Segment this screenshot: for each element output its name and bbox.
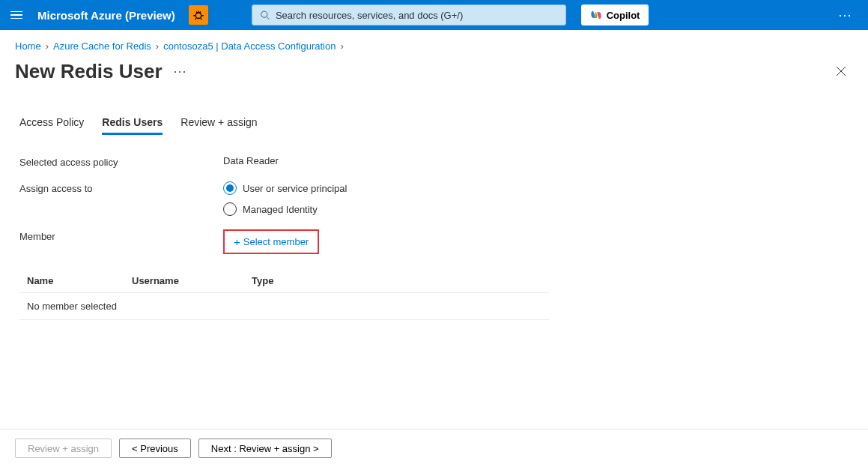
- svg-point-0: [195, 13, 201, 19]
- search-box[interactable]: [252, 4, 566, 25]
- member-label: Member: [19, 229, 223, 242]
- close-button[interactable]: [829, 59, 853, 83]
- column-name: Name: [19, 275, 132, 286]
- chevron-right-icon: ›: [46, 40, 49, 52]
- table-header: Name Username Type: [19, 269, 550, 293]
- radio-user-principal[interactable]: User or service principal: [223, 181, 347, 195]
- assign-access-label: Assign access to: [19, 181, 223, 194]
- column-type: Type: [252, 275, 550, 286]
- breadcrumb-resource[interactable]: contosoza5 | Data Access Configuration: [163, 40, 336, 52]
- select-member-button[interactable]: + Select member: [228, 232, 315, 251]
- menu-icon[interactable]: [9, 7, 24, 22]
- radio-icon: [223, 181, 237, 195]
- review-assign-button: Review + assign: [15, 439, 112, 458]
- copilot-label: Copilot: [607, 10, 640, 21]
- chevron-right-icon: ›: [340, 40, 343, 52]
- radio-managed-identity[interactable]: Managed Identity: [223, 202, 347, 216]
- copilot-icon: [590, 9, 602, 21]
- select-member-highlight: + Select member: [223, 229, 319, 254]
- breadcrumb: Home › Azure Cache for Redis › contosoza…: [0, 30, 868, 58]
- radio-icon: [223, 202, 237, 216]
- selected-policy-label: Selected access policy: [19, 155, 223, 168]
- brand-title: Microsoft Azure (Preview): [37, 9, 175, 22]
- chevron-right-icon: ›: [156, 40, 159, 52]
- tabs: Access Policy Redis Users Review + assig…: [0, 89, 569, 134]
- tab-access-policy[interactable]: Access Policy: [19, 116, 84, 134]
- svg-line-2: [267, 16, 269, 19]
- bug-icon[interactable]: [189, 5, 208, 25]
- members-table: Name Username Type No member selected: [19, 269, 550, 320]
- radio-user-principal-label: User or service principal: [243, 183, 347, 194]
- selected-policy-value: Data Reader: [223, 155, 279, 166]
- more-icon[interactable]: ⋯: [832, 7, 859, 23]
- form-area: Selected access policy Data Reader Assig…: [0, 134, 569, 320]
- svg-point-1: [261, 11, 267, 17]
- search-input[interactable]: [276, 10, 558, 21]
- copilot-button[interactable]: Copilot: [581, 4, 649, 25]
- column-username: Username: [132, 275, 252, 286]
- breadcrumb-home[interactable]: Home: [15, 40, 41, 52]
- search-icon: [260, 10, 270, 20]
- empty-message: No member selected: [19, 301, 117, 312]
- plus-icon: +: [234, 235, 240, 248]
- breadcrumb-cache[interactable]: Azure Cache for Redis: [53, 40, 151, 52]
- select-member-label: Select member: [243, 236, 309, 247]
- footer-bar: Review + assign < Previous Next : Review…: [0, 429, 868, 467]
- more-icon[interactable]: ⋯: [173, 64, 188, 78]
- radio-managed-identity-label: Managed Identity: [243, 204, 318, 215]
- next-button[interactable]: Next : Review + assign >: [198, 439, 332, 458]
- title-row: New Redis User ⋯: [0, 58, 868, 89]
- tab-review-assign[interactable]: Review + assign: [180, 116, 257, 134]
- previous-button[interactable]: < Previous: [119, 439, 191, 458]
- table-row: No member selected: [19, 293, 550, 320]
- top-bar: Microsoft Azure (Preview) Copilot ⋯: [0, 0, 868, 30]
- tab-redis-users[interactable]: Redis Users: [102, 116, 163, 134]
- page-title: New Redis User: [15, 60, 163, 83]
